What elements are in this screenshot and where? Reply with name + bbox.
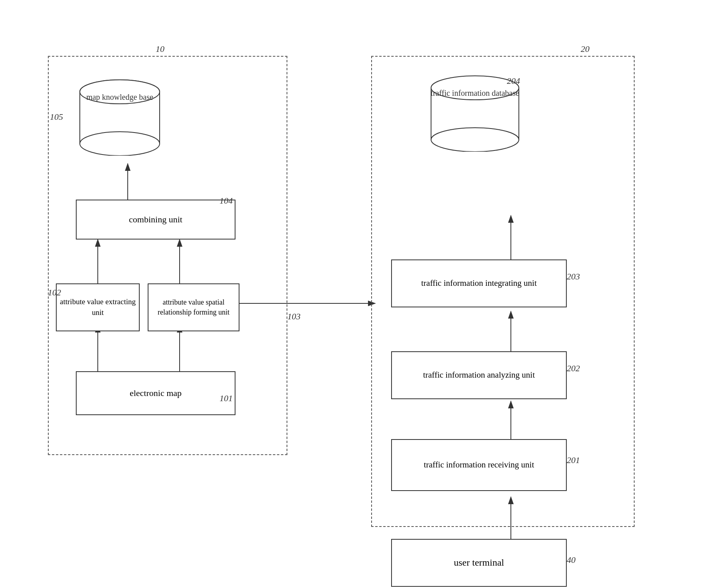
ref-20: 20 bbox=[581, 44, 590, 54]
attribute-value-spatial-box: attribute value spatial relationship for… bbox=[148, 283, 239, 331]
ref-201: 201 bbox=[567, 455, 580, 465]
traffic-info-analyzing-box: traffic information analyzing unit bbox=[391, 351, 567, 399]
traffic-info-integrating-box: traffic information integrating unit bbox=[391, 259, 567, 307]
attribute-value-extracting-box: attribute value extracting unit bbox=[56, 283, 140, 331]
ref-104: 104 bbox=[220, 196, 233, 206]
ref-101: 101 bbox=[220, 393, 233, 404]
ref-10: 10 bbox=[156, 44, 164, 54]
svg-point-18 bbox=[431, 128, 519, 152]
user-terminal-box: user terminal bbox=[391, 539, 567, 587]
combining-unit-box: combining unit bbox=[76, 200, 235, 240]
traffic-info-receiving-box: traffic information receiving unit bbox=[391, 439, 567, 491]
diagram-container: 10 map knowledge base 105 combining unit… bbox=[24, 24, 702, 567]
ref-203: 203 bbox=[567, 271, 580, 282]
ref-204: 204 bbox=[507, 76, 520, 86]
svg-point-14 bbox=[80, 132, 160, 156]
map-knowledge-base-label: map knowledge base bbox=[76, 92, 164, 103]
ref-103: 103 bbox=[287, 311, 301, 322]
ref-102: 102 bbox=[48, 287, 61, 298]
ref-105: 105 bbox=[50, 112, 63, 122]
electronic-map-box: electronic map bbox=[76, 371, 235, 415]
ref-202: 202 bbox=[567, 363, 580, 374]
ref-40: 40 bbox=[567, 555, 576, 565]
map-knowledge-base-cylinder bbox=[76, 76, 164, 156]
traffic-info-db-label: traffic information database bbox=[427, 88, 523, 99]
map-knowledge-base-container: map knowledge base bbox=[76, 72, 164, 160]
